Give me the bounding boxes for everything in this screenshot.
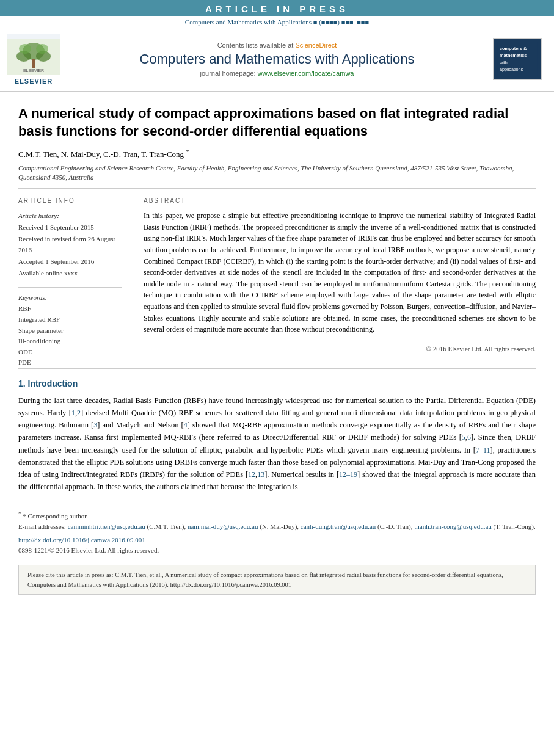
main-content: A numerical study of compact approximati… xyxy=(0,92,554,595)
ref-7-11[interactable]: 7–11 xyxy=(476,446,490,454)
abstract-title: ABSTRACT xyxy=(144,197,536,204)
svg-point-6 xyxy=(36,44,48,54)
svg-point-5 xyxy=(19,44,31,54)
article-history: Article history: Received 1 September 20… xyxy=(18,210,122,278)
sciencedirect-line: Contents lists available at ScienceDirec… xyxy=(217,42,337,49)
elsevier-tree-svg: ELSEVIER xyxy=(7,39,60,75)
keyword-rbf: RBF xyxy=(18,303,122,314)
svg-text:with: with xyxy=(499,60,508,65)
journal-link-bar: Computers and Mathematics with Applicati… xyxy=(0,16,554,27)
left-column: ARTICLE INFO Article history: Received 1… xyxy=(18,197,131,368)
elsevier-name: ELSEVIER xyxy=(15,78,53,85)
article-title: A numerical study of compact approximati… xyxy=(18,105,536,140)
doi-link[interactable]: http://dx.doi.org/10.1016/j.camwa.2016.0… xyxy=(18,535,536,546)
elsevier-logo-area: ELSEVIER ELSEVIER xyxy=(6,34,61,85)
email-addresses-line: E-mail addresses: camminhtri.tien@usq.ed… xyxy=(18,522,536,532)
separator-1 xyxy=(18,287,122,288)
keywords-title: Keywords: xyxy=(18,294,122,301)
right-column: ABSTRACT In this paper, we propose a sim… xyxy=(144,197,536,368)
revised-date: Received in revised form 26 August 2016 xyxy=(18,233,122,256)
journal-title-header: Computers and Mathematics with Applicati… xyxy=(140,51,415,67)
affiliation-line: Computational Engineering and Science Re… xyxy=(18,164,536,183)
svg-text:applications: applications xyxy=(500,67,523,72)
journal-header: ELSEVIER ELSEVIER Contents lists availab… xyxy=(0,27,554,92)
footnote-area: * * Corresponding author. E-mail address… xyxy=(18,504,536,556)
svg-text:ELSEVIER: ELSEVIER xyxy=(23,68,44,73)
keyword-pde: PDE xyxy=(18,357,122,368)
banner-text: ARTICLE IN PRESS xyxy=(205,4,349,14)
article-info-title: ARTICLE INFO xyxy=(18,197,122,204)
copyright-line: © 2016 Elsevier Ltd. All rights reserved… xyxy=(144,341,536,352)
ref-13[interactable]: 13 xyxy=(257,470,264,479)
journal-logo-svg: computers & mathematics with application… xyxy=(497,42,538,77)
keywords-section: Keywords: RBF Integrated RBF Shape param… xyxy=(18,294,122,368)
journal-logo-right: computers & mathematics with application… xyxy=(493,38,542,80)
article-in-press-banner: ARTICLE IN PRESS xyxy=(0,0,554,16)
keyword-ode: ODE xyxy=(18,347,122,358)
ref-6[interactable]: 6 xyxy=(467,433,471,442)
section1-body: During the last three decades, Radial Ba… xyxy=(18,394,536,493)
svg-rect-4 xyxy=(32,59,35,68)
corresponding-star: * xyxy=(186,148,189,155)
keyword-integrated-rbf: Integrated RBF xyxy=(18,314,122,325)
ref-12-13[interactable]: 12 xyxy=(248,470,255,479)
svg-text:mathematics: mathematics xyxy=(500,53,527,58)
main-text-section: 1. Introduction During the last three de… xyxy=(18,368,536,493)
emails-label: E-mail addresses: xyxy=(18,523,66,530)
available-date: Available online xxxx xyxy=(18,267,122,279)
corresponding-author-note: * * Corresponding author. xyxy=(18,509,536,522)
issn-line: 0898-1221/© 2016 Elsevier Ltd. All right… xyxy=(18,545,536,556)
journal-homepage-line: journal homepage: www.elsevier.com/locat… xyxy=(200,70,354,77)
footnote-star: * xyxy=(18,511,21,517)
sciencedirect-link[interactable]: ScienceDirect xyxy=(295,42,337,49)
ref-5[interactable]: 5 xyxy=(462,433,465,442)
ref-4[interactable]: 4 xyxy=(184,421,188,429)
citation-bar: Please cite this article in press as: C.… xyxy=(18,565,536,595)
header-center: Contents lists available at ScienceDirec… xyxy=(71,42,483,77)
ref-3[interactable]: 3 xyxy=(93,421,97,429)
history-label: Article history: xyxy=(18,210,122,222)
keyword-ill-conditioning: Ill-conditioning xyxy=(18,336,122,347)
email-maiduy[interactable]: nam.mai-duy@usq.edu.au xyxy=(188,523,258,530)
ref-12-19[interactable]: 12–19 xyxy=(339,470,357,479)
ref-1[interactable]: 1 xyxy=(71,409,75,417)
article-title-section: A numerical study of compact approximati… xyxy=(18,92,536,189)
abstract-text: In this paper, we propose a simple but e… xyxy=(144,210,536,335)
ref-2[interactable]: 2 xyxy=(77,409,81,417)
accepted-date: Accepted 1 September 2016 xyxy=(18,256,122,267)
section1-heading: 1. Introduction xyxy=(18,379,536,388)
keyword-shape-param: Shape parameter xyxy=(18,325,122,336)
authors-line: C.M.T. Tien, N. Mai-Duy, C.-D. Tran, T. … xyxy=(18,148,536,159)
received-date: Received 1 September 2015 xyxy=(18,222,122,233)
email-trancong[interactable]: thanh.tran-cong@usq.edu.au xyxy=(414,523,492,530)
email-tien[interactable]: camminhtri.tien@usq.edu.au xyxy=(68,523,145,530)
elsevier-logo-image: ELSEVIER xyxy=(7,34,60,75)
svg-text:computers &: computers & xyxy=(500,46,527,51)
email-tran[interactable]: canh-dung.tran@usq.edu.au xyxy=(301,523,376,530)
journal-link[interactable]: Computers and Mathematics with Applicati… xyxy=(185,18,369,26)
journal-homepage-link[interactable]: www.elsevier.com/locate/camwa xyxy=(258,70,354,77)
two-column-layout: ARTICLE INFO Article history: Received 1… xyxy=(18,189,536,368)
